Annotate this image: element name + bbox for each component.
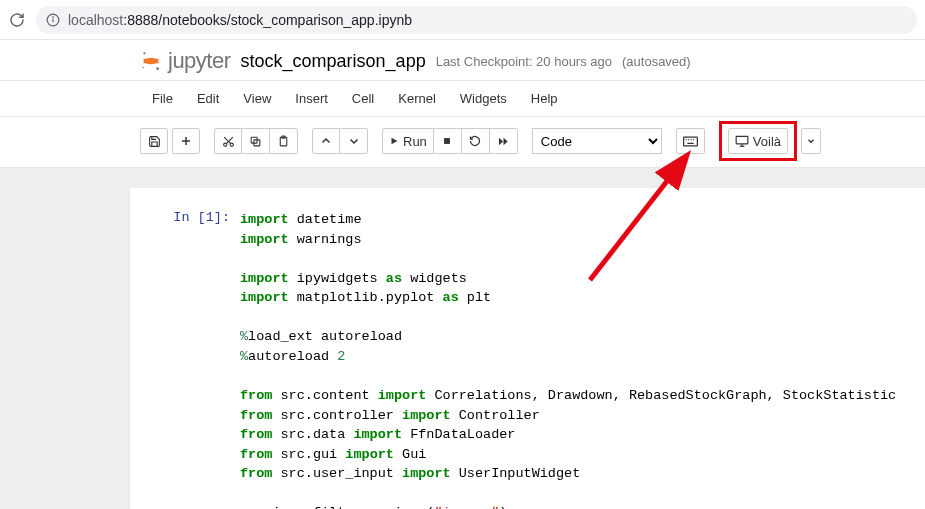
menu-insert[interactable]: Insert (283, 85, 340, 112)
menu-view[interactable]: View (231, 85, 283, 112)
svg-marker-16 (392, 138, 398, 145)
run-group: Run (382, 128, 518, 154)
svg-rect-17 (444, 138, 450, 144)
menubar: File Edit View Insert Cell Kernel Widget… (0, 80, 925, 117)
svg-rect-26 (736, 136, 748, 144)
cell-prompt: In [1]: (130, 210, 240, 509)
svg-point-3 (143, 52, 145, 54)
menu-edit[interactable]: Edit (185, 85, 231, 112)
keyboard-icon (683, 136, 698, 147)
paste-icon (277, 135, 290, 148)
stop-icon (442, 136, 452, 146)
copy-icon (249, 135, 262, 148)
move-down-button[interactable] (340, 128, 368, 154)
svg-point-8 (223, 143, 226, 146)
voila-highlight-box: Voilà (719, 121, 797, 161)
voila-label: Voilà (753, 134, 781, 149)
code-cell[interactable]: In [1]: import datetime import warnings … (130, 206, 925, 509)
interrupt-button[interactable] (434, 128, 462, 154)
svg-point-5 (142, 67, 144, 69)
jupyter-logo[interactable]: jupyter (140, 48, 231, 74)
notebook-header: jupyter stock_comparison_app Last Checkp… (0, 40, 925, 80)
reload-icon[interactable] (8, 11, 26, 29)
info-icon (46, 13, 60, 27)
svg-marker-19 (503, 137, 507, 144)
menu-cell[interactable]: Cell (340, 85, 386, 112)
cell-code[interactable]: import datetime import warnings import i… (240, 210, 896, 509)
jupyter-orb-icon (140, 50, 162, 72)
url-text: localhost:8888/notebooks/stock_compariso… (68, 12, 412, 28)
notebook-title[interactable]: stock_comparison_app (241, 51, 426, 72)
arrow-down-icon (348, 135, 360, 147)
plus-icon (180, 135, 192, 147)
svg-point-9 (230, 143, 233, 146)
save-icon (148, 135, 161, 148)
arrow-up-icon (320, 135, 332, 147)
toolbar: Run Code Voilà (0, 117, 925, 168)
svg-point-2 (53, 16, 54, 17)
menu-help[interactable]: Help (519, 85, 570, 112)
autosave-text: (autosaved) (622, 54, 691, 69)
svg-rect-20 (683, 137, 697, 146)
browser-bar: localhost:8888/notebooks/stock_compariso… (0, 0, 925, 40)
menu-file[interactable]: File (140, 85, 185, 112)
restart-icon (469, 135, 481, 147)
cut-button[interactable] (214, 128, 242, 154)
cell-type-select[interactable]: Code (532, 128, 662, 154)
move-up-button[interactable] (312, 128, 340, 154)
svg-marker-18 (499, 137, 503, 144)
voila-button[interactable]: Voilà (728, 128, 788, 154)
checkpoint-text: Last Checkpoint: 20 hours ago (436, 54, 612, 69)
move-group (312, 128, 368, 154)
command-palette-button[interactable] (676, 128, 705, 154)
copy-button[interactable] (242, 128, 270, 154)
jupyter-wordmark: jupyter (168, 48, 231, 74)
dropdown-caret-button[interactable] (801, 128, 821, 154)
paste-button[interactable] (270, 128, 298, 154)
cut-icon (222, 135, 235, 148)
chevron-down-icon (806, 136, 816, 146)
menu-widgets[interactable]: Widgets (448, 85, 519, 112)
menu-kernel[interactable]: Kernel (386, 85, 448, 112)
fast-forward-icon (497, 136, 510, 147)
restart-button[interactable] (462, 128, 490, 154)
run-button[interactable]: Run (382, 128, 434, 154)
clipboard-group (214, 128, 298, 154)
add-cell-button[interactable] (172, 128, 200, 154)
restart-run-all-button[interactable] (490, 128, 518, 154)
notebook-container: In [1]: import datetime import warnings … (130, 188, 925, 509)
page-body: In [1]: import datetime import warnings … (0, 168, 925, 509)
run-label: Run (403, 134, 427, 149)
play-icon (389, 136, 399, 146)
save-button[interactable] (140, 128, 168, 154)
address-bar[interactable]: localhost:8888/notebooks/stock_compariso… (36, 6, 917, 34)
svg-point-4 (156, 67, 159, 70)
monitor-icon (735, 135, 749, 147)
